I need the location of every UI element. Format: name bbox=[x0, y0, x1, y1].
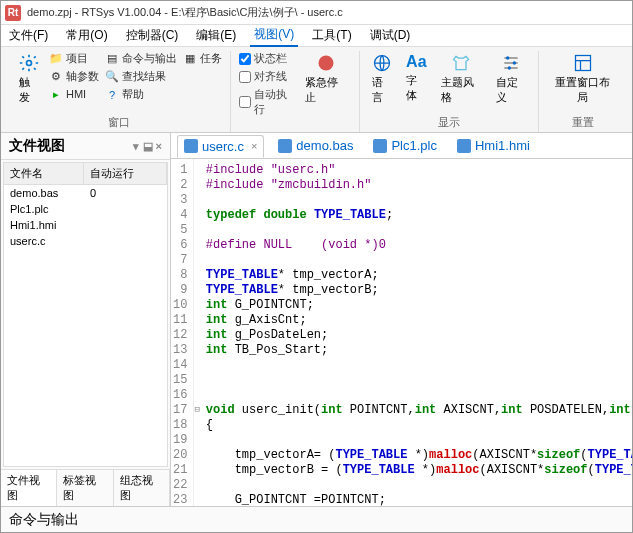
sidebar-tab[interactable]: 标签视图 bbox=[57, 470, 113, 506]
output-panel: 命令与输出 bbox=[1, 506, 632, 532]
cmd-icon: ▤ bbox=[105, 52, 119, 66]
theme-button[interactable]: 主题风格 bbox=[437, 51, 486, 113]
close-icon[interactable]: × bbox=[251, 140, 257, 152]
menu-item[interactable]: 常用(O) bbox=[62, 25, 111, 46]
menu-item[interactable]: 调试(D) bbox=[366, 25, 415, 46]
code-content[interactable]: #include "userc.h"#include "zmcbuildin.h… bbox=[200, 159, 632, 506]
editor-tabs: userc.c×demo.basPlc1.plcHmi1.hmi bbox=[171, 133, 632, 159]
col-autorun[interactable]: 自动运行 bbox=[84, 163, 167, 184]
pin-icon[interactable]: ▾ ⬓ × bbox=[133, 140, 162, 153]
sidebar-tab[interactable]: 组态视图 bbox=[114, 470, 170, 506]
custom-button[interactable]: 自定义 bbox=[492, 51, 531, 113]
cmd-output-button[interactable]: ▤命令与输出 bbox=[105, 51, 177, 66]
editor-area: userc.c×demo.basPlc1.plcHmi1.hmi 1234567… bbox=[171, 133, 632, 506]
font-icon: Aa bbox=[406, 53, 426, 71]
search-icon: 🔍 bbox=[105, 70, 119, 84]
file-row[interactable]: userc.c bbox=[4, 233, 167, 249]
main-area: 文件视图 ▾ ⬓ × 文件名 自动运行 demo.bas0Plc1.plcHmi… bbox=[1, 133, 632, 506]
axes-icon: ⚙ bbox=[49, 70, 63, 84]
emergency-stop-button[interactable]: 紧急停止 bbox=[301, 51, 351, 128]
sidebar-title: 文件视图 ▾ ⬓ × bbox=[1, 133, 170, 160]
file-icon bbox=[457, 139, 471, 153]
menu-item[interactable]: 控制器(C) bbox=[122, 25, 183, 46]
file-table: 文件名 自动运行 demo.bas0Plc1.plcHmi1.hmiuserc.… bbox=[3, 162, 168, 467]
editor-tab[interactable]: Plc1.plc bbox=[367, 135, 443, 156]
window-title: demo.zpj - RTSys V1.00.04 - E:\程序\Basic\… bbox=[27, 5, 343, 20]
editor-tab[interactable]: userc.c× bbox=[177, 135, 264, 158]
project-button[interactable]: 📁项目 bbox=[49, 51, 99, 66]
ribbon-group-options: 状态栏 对齐线 自动执行 紧急停止 bbox=[231, 51, 360, 132]
ribbon-group-label: 重置 bbox=[547, 113, 618, 132]
hmi-button[interactable]: ▸HMI bbox=[49, 87, 99, 101]
file-row[interactable]: Plc1.plc bbox=[4, 201, 167, 217]
file-view-sidebar: 文件视图 ▾ ⬓ × 文件名 自动运行 demo.bas0Plc1.plcHmi… bbox=[1, 133, 171, 506]
stop-icon bbox=[316, 53, 336, 73]
reset-layout-button[interactable]: 重置窗口布局 bbox=[547, 51, 618, 113]
help-icon: ? bbox=[105, 88, 119, 102]
svg-point-3 bbox=[506, 56, 509, 59]
ribbon-group-label: 显示 bbox=[368, 113, 531, 132]
ribbon-group-label: 窗口 bbox=[15, 113, 222, 132]
file-table-header: 文件名 自动运行 bbox=[4, 163, 167, 185]
editor-tab[interactable]: demo.bas bbox=[272, 135, 359, 156]
file-row[interactable]: Hmi1.hmi bbox=[4, 217, 167, 233]
hmi-icon: ▸ bbox=[49, 87, 63, 101]
file-icon bbox=[184, 139, 198, 153]
menu-item[interactable]: 工具(T) bbox=[308, 25, 355, 46]
task-icon: ▦ bbox=[183, 52, 197, 66]
titlebar: Rt demo.zpj - RTSys V1.00.04 - E:\程序\Bas… bbox=[1, 1, 632, 25]
svg-point-1 bbox=[318, 56, 333, 71]
tshirt-icon bbox=[451, 53, 471, 73]
menu-item[interactable]: 编辑(E) bbox=[192, 25, 240, 46]
code-editor[interactable]: 1234567891011121314151617181920212223242… bbox=[171, 159, 632, 506]
menu-item[interactable]: 文件(F) bbox=[5, 25, 52, 46]
layout-icon bbox=[573, 53, 593, 73]
sidebar-tab[interactable]: 文件视图 bbox=[1, 470, 57, 506]
trigger-label: 触发 bbox=[19, 75, 39, 105]
file-icon bbox=[373, 139, 387, 153]
app-icon: Rt bbox=[5, 5, 21, 21]
ribbon-group-label bbox=[239, 128, 351, 132]
file-icon bbox=[278, 139, 292, 153]
editor-tab[interactable]: Hmi1.hmi bbox=[451, 135, 536, 156]
gear-icon bbox=[19, 53, 39, 73]
project-icon: 📁 bbox=[49, 52, 63, 66]
svg-point-4 bbox=[513, 61, 516, 64]
ribbon: 触发 📁项目 ⚙轴参数 ▸HMI ▤命令与输出 🔍查找结果 ?帮助 ▦任务 窗口… bbox=[1, 47, 632, 133]
menu-item[interactable]: 视图(V) bbox=[250, 24, 298, 47]
statusbar-checkbox[interactable]: 状态栏 bbox=[239, 51, 295, 66]
menubar: 文件(F)常用(O)控制器(C)编辑(E)视图(V)工具(T)调试(D) bbox=[1, 25, 632, 47]
trigger-button[interactable]: 触发 bbox=[15, 51, 43, 113]
sidebar-tabs: 文件视图标签视图组态视图 bbox=[1, 469, 170, 506]
help-button[interactable]: ?帮助 bbox=[105, 87, 177, 102]
output-title: 命令与输出 bbox=[9, 511, 79, 529]
globe-icon bbox=[372, 53, 392, 73]
alignline-checkbox[interactable]: 对齐线 bbox=[239, 69, 295, 84]
ribbon-group-window: 触发 📁项目 ⚙轴参数 ▸HMI ▤命令与输出 🔍查找结果 ?帮助 ▦任务 窗口 bbox=[7, 51, 231, 132]
axes-button[interactable]: ⚙轴参数 bbox=[49, 69, 99, 84]
font-button[interactable]: Aa 字体 bbox=[402, 51, 431, 113]
task-button[interactable]: ▦任务 bbox=[183, 51, 222, 66]
file-row[interactable]: demo.bas0 bbox=[4, 185, 167, 201]
col-filename[interactable]: 文件名 bbox=[4, 163, 84, 184]
svg-point-5 bbox=[508, 66, 511, 69]
language-button[interactable]: 语言 bbox=[368, 51, 397, 113]
svg-point-0 bbox=[27, 61, 32, 66]
search-result-button[interactable]: 🔍查找结果 bbox=[105, 69, 177, 84]
sliders-icon bbox=[501, 53, 521, 73]
autoexec-checkbox[interactable]: 自动执行 bbox=[239, 87, 295, 117]
stop-label: 紧急停止 bbox=[305, 75, 347, 105]
line-gutter: 1234567891011121314151617181920212223242… bbox=[171, 159, 194, 506]
ribbon-group-reset: 重置窗口布局 重置 bbox=[539, 51, 626, 132]
svg-rect-6 bbox=[575, 56, 590, 71]
ribbon-group-display: 语言 Aa 字体 主题风格 自定义 显示 bbox=[360, 51, 540, 132]
